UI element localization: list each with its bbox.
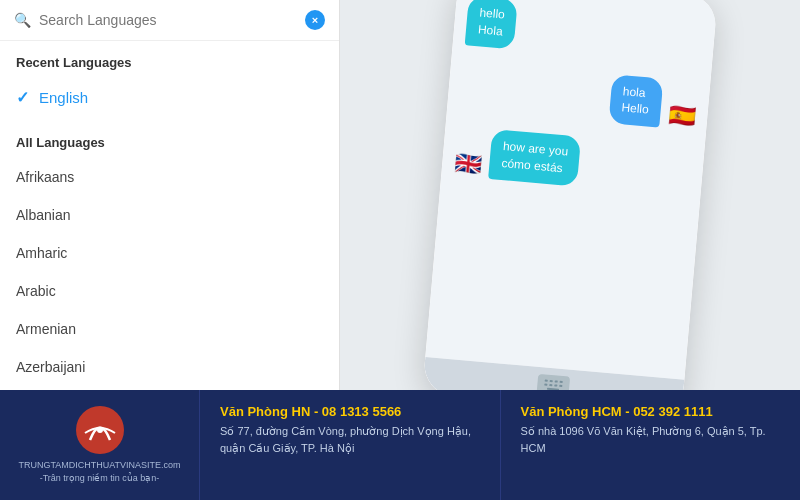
lang-item-arabic[interactable]: Arabic [0, 272, 339, 310]
footer-hcm-headline: Văn Phòng HCM - 052 392 1111 [521, 404, 781, 419]
lang-item-afrikaans[interactable]: Afrikaans [0, 158, 339, 196]
keyboard-icon [536, 374, 570, 390]
recent-languages-title: Recent Languages [0, 41, 339, 78]
footer-hn-col: Văn Phòng HN - 08 1313 5566 Số 77, đường… [200, 390, 501, 500]
chat-bubble-hola: hola Hello [608, 74, 663, 128]
svg-rect-2 [555, 380, 558, 382]
footer-hcm-address: Số nhà 1096 Võ Văn Kiệt, Phường 6, Quận … [521, 423, 781, 456]
svg-rect-5 [549, 384, 552, 386]
lang-item-armenian[interactable]: Armenian [0, 310, 339, 348]
recent-language-item-english[interactable]: ✓ English [0, 78, 339, 117]
selected-checkmark: ✓ [16, 88, 29, 107]
all-languages-title: All Languages [0, 121, 339, 158]
language-search-panel: 🔍 × Recent Languages ✓ English All Langu… [0, 0, 340, 390]
lang-item-amharic[interactable]: Amharic [0, 234, 339, 272]
svg-rect-6 [554, 384, 557, 386]
phone-screen: hello Hola hola Hello 🇪🇸 🇬🇧 [425, 0, 717, 380]
spain-flag-icon: 🇪🇸 [667, 103, 696, 131]
svg-rect-3 [560, 381, 563, 383]
chat-row-3: 🇬🇧 how are you cómo estás [453, 126, 692, 196]
recent-lang-name: English [39, 89, 88, 106]
lang-item-albanian[interactable]: Albanian [0, 196, 339, 234]
all-languages-section: All Languages Afrikaans Albanian Amharic… [0, 117, 339, 390]
search-input[interactable] [39, 12, 297, 28]
chat-row-2: hola Hello 🇪🇸 [459, 61, 698, 131]
chat-row-1: hello Hola [465, 0, 704, 65]
footer-hcm-col: Văn Phòng HCM - 052 392 1111 Số nhà 1096… [501, 390, 801, 500]
svg-rect-4 [544, 383, 547, 385]
search-icon: 🔍 [14, 12, 31, 28]
clear-search-button[interactable]: × [305, 10, 325, 30]
svg-point-10 [97, 427, 103, 433]
footer-logo-area: TRUNGTAMDICHTHUATVINASITE.com -Trân trọn… [0, 390, 200, 500]
phone-mockup: hello Hola hola Hello 🇪🇸 🇬🇧 [422, 0, 718, 390]
footer-hn-headline: Văn Phòng HN - 08 1313 5566 [220, 404, 480, 419]
chat-preview-panel: hello Hola hola Hello 🇪🇸 🇬🇧 [340, 0, 800, 390]
svg-rect-8 [547, 388, 559, 390]
footer-hn-address: Số 77, đường Cầm Vòng, phường Dịch Vọng … [220, 423, 480, 456]
footer: TRUNGTAMDICHTHUATVINASITE.com -Trân trọn… [0, 390, 800, 500]
company-logo-icon [75, 405, 125, 455]
svg-rect-0 [545, 380, 548, 382]
svg-rect-7 [559, 385, 562, 387]
logo-site-text: TRUNGTAMDICHTHUATVINASITE.com -Trân trọn… [18, 459, 180, 484]
uk-flag-icon: 🇬🇧 [453, 150, 482, 178]
lang-item-azerbaijani[interactable]: Azerbaijani [0, 348, 339, 386]
svg-rect-1 [550, 380, 553, 382]
chat-bubble-hello: hello Hola [465, 0, 518, 49]
search-bar: 🔍 × [0, 0, 339, 41]
chat-bubble-howareyou: how are you cómo estás [488, 129, 581, 186]
